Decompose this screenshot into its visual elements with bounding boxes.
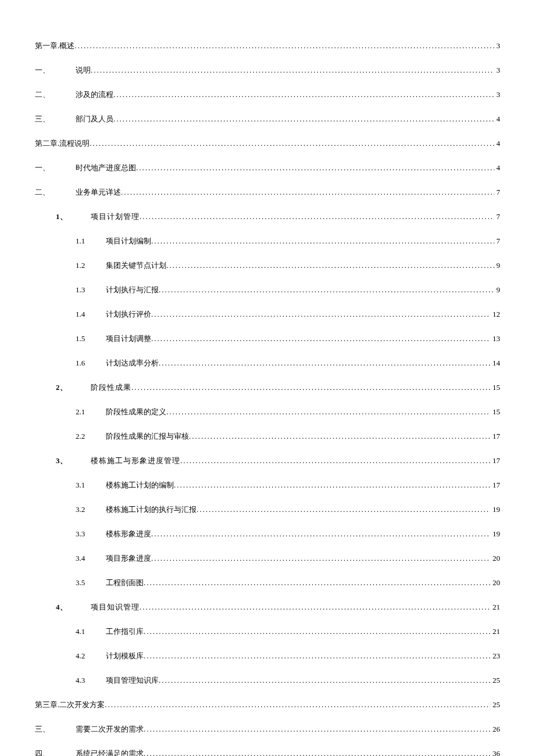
- toc-entry[interactable]: 2.2阶段性成果的汇报与审核17: [35, 431, 500, 442]
- toc-page-number: 20: [490, 554, 500, 563]
- toc-leader-dots: [90, 139, 494, 148]
- toc-entry[interactable]: 第三章.二次开发方案25: [35, 700, 500, 710]
- table-of-contents: 第一章.概述3一、说明3二、涉及的流程3三、部门及人员4第二章.流程说明4一、时…: [35, 41, 500, 756]
- toc-title: 计划达成率分析: [106, 358, 159, 368]
- toc-entry[interactable]: 4.1工作指引库21: [35, 626, 500, 637]
- toc-page-number: 12: [490, 310, 500, 319]
- toc-entry[interactable]: 1、项目计划管理7: [35, 212, 500, 222]
- toc-section-marker: 三、: [35, 724, 76, 734]
- toc-page-number: 4: [494, 163, 501, 173]
- toc-page-number: 36: [490, 749, 500, 756]
- toc-entry[interactable]: 一、时代地产进度总图4: [35, 163, 500, 173]
- toc-page-number: 9: [494, 261, 501, 270]
- toc-title: 说明: [76, 65, 91, 76]
- toc-title: 楼栋施工计划的编制: [106, 480, 174, 490]
- toc-entry[interactable]: 第一章.概述3: [35, 41, 500, 51]
- toc-page-number: 4: [494, 139, 501, 148]
- toc-entry[interactable]: 1.5项目计划调整13: [35, 334, 500, 344]
- toc-number: 1.5: [76, 334, 106, 343]
- toc-title: 流程说明: [59, 138, 90, 149]
- toc-entry[interactable]: 4.2计划模板库23: [35, 651, 500, 661]
- toc-page-number: 17: [490, 481, 500, 490]
- toc-entry[interactable]: 3.5工程剖面图20: [35, 578, 500, 588]
- toc-entry[interactable]: 四、系统已经满足的需求36: [35, 748, 500, 756]
- toc-entry[interactable]: 1.4计划执行评价12: [35, 309, 500, 320]
- toc-title: 时代地产进度总图: [76, 163, 136, 173]
- toc-leader-dots: [159, 285, 494, 295]
- toc-number: 3.4: [76, 554, 106, 563]
- toc-number: 1、: [56, 212, 91, 222]
- toc-entry[interactable]: 第二章.流程说明4: [35, 138, 500, 149]
- toc-title: 楼栋施工计划的执行与汇报: [106, 504, 197, 515]
- toc-leader-dots: [174, 481, 490, 490]
- toc-entry[interactable]: 4.3项目管理知识库25: [35, 675, 500, 686]
- toc-title: 项目知识管理: [91, 602, 140, 612]
- toc-section-marker: 二、: [35, 187, 76, 198]
- toc-page-number: 7: [494, 188, 501, 197]
- toc-title: 计划模板库: [106, 651, 144, 661]
- toc-page-number: 17: [490, 432, 500, 441]
- toc-number: 4、: [56, 602, 91, 612]
- toc-section-marker: 四、: [35, 748, 76, 756]
- toc-leader-dots: [113, 90, 494, 99]
- toc-page-number: 19: [490, 529, 500, 539]
- toc-entry[interactable]: 3.4项目形象进度20: [35, 553, 500, 564]
- toc-title: 计划执行与汇报: [106, 285, 159, 295]
- toc-section-marker: 三、: [35, 114, 76, 124]
- toc-leader-dots: [140, 212, 494, 221]
- toc-page-number: 15: [490, 383, 500, 392]
- toc-number: 4.2: [76, 651, 106, 661]
- toc-entry[interactable]: 3.3楼栋形象进度19: [35, 529, 500, 539]
- toc-leader-dots: [151, 237, 494, 246]
- toc-title: 部门及人员: [76, 114, 113, 124]
- toc-entry[interactable]: 二、涉及的流程3: [35, 89, 500, 100]
- toc-number: 3.1: [76, 481, 106, 490]
- toc-title: 项目计划编制: [106, 236, 151, 246]
- toc-entry[interactable]: 一、说明3: [35, 65, 500, 76]
- toc-page-number: 25: [490, 676, 500, 685]
- toc-entry[interactable]: 1.1项目计划编制7: [35, 236, 500, 246]
- toc-number: 1.1: [76, 237, 106, 246]
- toc-entry[interactable]: 1.6计划达成率分析14: [35, 358, 500, 368]
- toc-entry[interactable]: 二、业务单元详述7: [35, 187, 500, 198]
- toc-leader-dots: [180, 456, 490, 465]
- toc-page-number: 3: [494, 90, 501, 99]
- toc-entry[interactable]: 3.1楼栋施工计划的编制17: [35, 480, 500, 490]
- toc-page-number: 14: [490, 359, 500, 368]
- toc-page-number: 25: [490, 700, 500, 710]
- toc-leader-dots: [140, 603, 490, 612]
- toc-number: 1.4: [76, 310, 106, 319]
- toc-title: 二次开发方案: [59, 700, 105, 710]
- toc-leader-dots: [159, 676, 490, 685]
- toc-page-number: 13: [490, 334, 500, 343]
- toc-entry[interactable]: 1.2集团关键节点计划9: [35, 260, 500, 271]
- toc-leader-dots: [189, 432, 490, 441]
- toc-page-number: 23: [490, 651, 500, 661]
- toc-page-number: 9: [494, 285, 501, 295]
- toc-leader-dots: [144, 627, 490, 636]
- toc-entry[interactable]: 1.3计划执行与汇报9: [35, 285, 500, 295]
- toc-section-marker: 一、: [35, 65, 76, 76]
- toc-title: 涉及的流程: [76, 89, 113, 100]
- toc-title: 楼栋施工与形象进度管理: [91, 456, 180, 466]
- toc-entry[interactable]: 三、需要二次开发的需求26: [35, 724, 500, 734]
- toc-title: 工作指引库: [106, 626, 144, 637]
- toc-entry[interactable]: 2.1阶段性成果的定义15: [35, 407, 500, 417]
- toc-page-number: 7: [494, 212, 501, 221]
- toc-entry[interactable]: 4、项目知识管理21: [35, 602, 500, 612]
- toc-entry[interactable]: 三、部门及人员4: [35, 114, 500, 124]
- toc-entry[interactable]: 3、楼栋施工与形象进度管理17: [35, 456, 500, 466]
- toc-number: 2、: [56, 382, 91, 393]
- toc-title: 业务单元详述: [76, 187, 121, 198]
- toc-leader-dots: [151, 554, 490, 563]
- toc-entry[interactable]: 2、阶段性成果15: [35, 382, 500, 393]
- toc-leader-dots: [136, 163, 494, 173]
- toc-entry[interactable]: 3.2楼栋施工计划的执行与汇报19: [35, 504, 500, 515]
- toc-title: 项目计划调整: [106, 334, 151, 344]
- toc-title: 集团关键节点计划: [106, 260, 166, 271]
- toc-leader-dots: [151, 310, 490, 319]
- toc-page-number: 17: [490, 456, 500, 465]
- toc-leader-dots: [105, 700, 490, 710]
- toc-page-number: 21: [490, 627, 500, 636]
- toc-page-number: 15: [490, 407, 500, 417]
